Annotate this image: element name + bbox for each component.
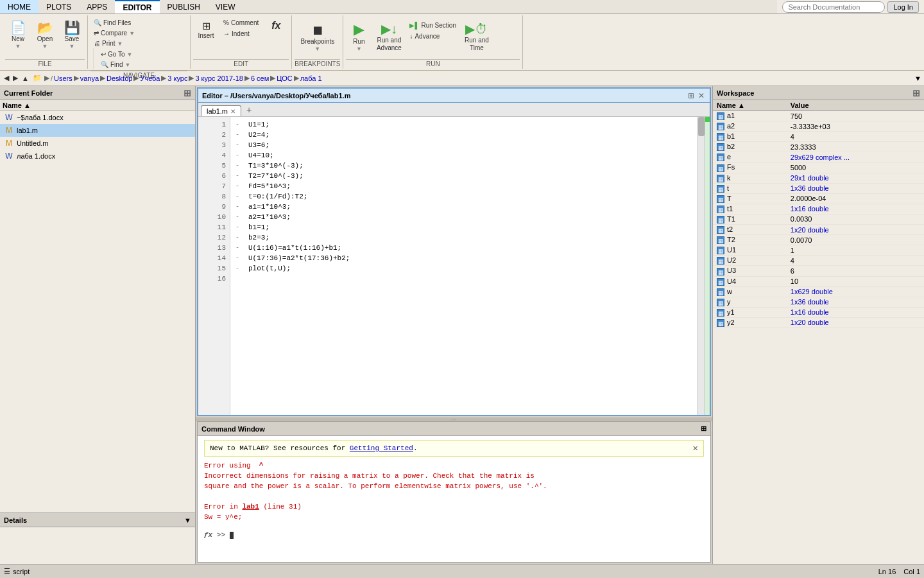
path-item-vanya[interactable]: vanya	[80, 74, 99, 82]
code-line-14[interactable]: -U(17:36)=a2*t(17:36)+b2;	[235, 253, 692, 263]
run-and-advance-button[interactable]: ▶↓ Run and Advance	[373, 19, 405, 54]
code-line-1[interactable]: -U1=1;	[235, 119, 692, 130]
compare-button[interactable]: ⇌ Compare ▼	[90, 28, 187, 38]
path-up-btn[interactable]: ▲	[21, 74, 30, 82]
workspace-row[interactable]: ▦b14	[713, 132, 924, 142]
tab-add-btn[interactable]: +	[243, 103, 255, 116]
path-item-3kurs[interactable]: 3 курс	[167, 74, 187, 82]
code-line-13[interactable]: -U(1:16)=a1*t(1:16)+b1;	[235, 243, 692, 253]
file-item-untitledm[interactable]: M Untitled.m	[0, 137, 195, 150]
path-item-desktop[interactable]: Desktop	[107, 74, 132, 82]
menu-view[interactable]: VIEW	[208, 0, 243, 13]
workspace-row[interactable]: ▦w1x629 double	[713, 286, 924, 297]
notice-close-btn[interactable]: ✕	[693, 443, 698, 453]
insert-button[interactable]: ⊞ Insert	[193, 18, 219, 42]
file-item-lab1m[interactable]: M lab1.m	[0, 124, 195, 137]
code-line-15[interactable]: -plot(t,U);	[235, 263, 692, 274]
workspace-var-value: 1x16 double	[787, 204, 924, 214]
code-line-11[interactable]: -b1=1;	[235, 222, 692, 232]
command-content[interactable]: New to MATLAB? See resources for Getting…	[198, 436, 710, 562]
breakpoints-button[interactable]: ⏹ Breakpoints ▼	[297, 21, 338, 54]
indent-button[interactable]: → Indent	[220, 29, 262, 39]
path-item-users[interactable]: Users	[54, 74, 73, 82]
getting-started-link[interactable]: Getting Started	[350, 444, 413, 452]
file-item-laba1-docx-backup[interactable]: W ~$лаба 1.docx	[0, 111, 195, 124]
find-button[interactable]: 🔍 Find ▼	[98, 60, 187, 69]
code-area[interactable]: -U1=1;-U2=4;-U3=6;-U4=10;-T1=3*10^(-3);-…	[230, 117, 697, 415]
menu-publish[interactable]: PUBLISH	[160, 0, 208, 13]
workspace-expand-btn[interactable]: ⊞	[912, 88, 920, 98]
path-item-cos[interactable]: ЦОС	[277, 74, 292, 82]
editor-scrollbar[interactable]	[697, 117, 705, 415]
workspace-row[interactable]: ▦Fs5000	[713, 162, 924, 173]
workspace-row[interactable]: ▦k29x1 double	[713, 173, 924, 183]
run-button[interactable]: ▶ Run ▼	[346, 19, 372, 54]
find-files-button[interactable]: 🔍 Find Files	[90, 18, 187, 28]
status-col: Col 1	[903, 568, 920, 575]
path-item-uceba[interactable]: Учеба	[140, 74, 160, 82]
workspace-row[interactable]: ▦U24	[713, 256, 924, 266]
workspace-row[interactable]: ▦t21x20 double	[713, 225, 924, 235]
comment-button[interactable]: % Comment	[220, 18, 262, 28]
code-line-3[interactable]: -U3=6;	[235, 140, 692, 150]
code-line-10[interactable]: -a2=1*10^3;	[235, 212, 692, 222]
new-button[interactable]: 📄 New ▼	[5, 19, 31, 51]
workspace-var-name: ▦k	[713, 173, 787, 183]
path-expand-btn[interactable]: ▼	[914, 74, 921, 82]
run-section-button[interactable]: ▶▌ Run Section	[406, 21, 459, 30]
workspace-row[interactable]: ▦T10.0030	[713, 214, 924, 224]
menu-home[interactable]: HOME	[0, 0, 38, 13]
code-line-6[interactable]: -T2=7*10^(-3);	[235, 171, 692, 181]
menu-plots[interactable]: PLOTS	[38, 0, 79, 13]
path-item-lab1[interactable]: лаба 1	[300, 74, 322, 82]
workspace-row[interactable]: ▦y11x16 double	[713, 307, 924, 317]
fx-button[interactable]: fx	[263, 18, 289, 33]
code-line-5[interactable]: -T1=3*10^(-3);	[235, 161, 692, 171]
path-browse-btn[interactable]: 📁	[31, 74, 43, 82]
code-line-2[interactable]: -U2=4;	[235, 130, 692, 140]
workspace-row[interactable]: ▦a2-3.3333e+03	[713, 121, 924, 132]
workspace-row[interactable]: ▦b223.3333	[713, 142, 924, 152]
workspace-row[interactable]: ▦t11x16 double	[713, 204, 924, 214]
workspace-row[interactable]: ▦U410	[713, 276, 924, 286]
path-item-6sem[interactable]: 6 сем	[251, 74, 269, 82]
path-item-3kurs2017[interactable]: 3 курс 2017-18	[195, 74, 243, 82]
save-button[interactable]: 💾 Save ▼	[59, 19, 85, 51]
path-forward-btn[interactable]: ▶	[12, 74, 19, 82]
editor-undock-btn[interactable]: ⊞	[687, 91, 696, 100]
workspace-row[interactable]: ▦y1x36 double	[713, 297, 924, 307]
code-line-8[interactable]: -t=0:(1/Fd):T2;	[235, 191, 692, 202]
workspace-scroll[interactable]: Name ▲ Value ▦a1750▦a2-3.3333e+03▦b14▦b2…	[713, 100, 924, 564]
workspace-row[interactable]: ▦t1x36 double	[713, 183, 924, 193]
file-item-laba1-docx[interactable]: W лаба 1.docx	[0, 150, 195, 162]
code-line-12[interactable]: -b2=3;	[235, 232, 692, 243]
code-line-16[interactable]	[235, 274, 692, 284]
workspace-row[interactable]: ▦T2.0000e-04	[713, 193, 924, 204]
workspace-row[interactable]: ▦T20.0070	[713, 235, 924, 245]
run-and-time-button[interactable]: ▶⏱ Run and Time	[461, 19, 493, 54]
workspace-col-name[interactable]: Name ▲	[713, 100, 787, 111]
advance-button[interactable]: ↓ Advance	[406, 31, 459, 41]
workspace-row[interactable]: ▦U36	[713, 266, 924, 276]
tab-close-btn[interactable]: ✕	[230, 108, 235, 115]
details-collapse-btn[interactable]: ▼	[184, 516, 191, 524]
path-back-btn[interactable]: ◀	[3, 74, 10, 82]
goto-button[interactable]: ↩ Go To ▼	[98, 49, 187, 59]
workspace-row[interactable]: ▦U11	[713, 245, 924, 256]
open-button[interactable]: 📂 Open ▼	[32, 19, 58, 51]
print-button[interactable]: 🖨 Print ▼	[90, 39, 187, 48]
file-panel-expand-btn[interactable]: ⊞	[184, 88, 191, 98]
workspace-row[interactable]: ▦e29x629 complex ...	[713, 152, 924, 162]
command-expand-btn[interactable]: ⊞	[701, 425, 706, 433]
editor-close-btn[interactable]: ✕	[697, 91, 706, 100]
workspace-row[interactable]: ▦y21x20 double	[713, 317, 924, 328]
login-button[interactable]: Log In	[887, 1, 919, 13]
menu-editor[interactable]: EDITOR	[115, 0, 159, 13]
code-line-4[interactable]: -U4=10;	[235, 150, 692, 161]
search-input[interactable]	[782, 1, 885, 13]
code-line-9[interactable]: -a1=1*10^3;	[235, 202, 692, 212]
code-line-7[interactable]: -Fd=5*10^3;	[235, 181, 692, 191]
editor-tab-lab1m[interactable]: lab1.m ✕	[201, 105, 241, 116]
workspace-row[interactable]: ▦a1750	[713, 111, 924, 121]
menu-apps[interactable]: APPS	[79, 0, 115, 13]
